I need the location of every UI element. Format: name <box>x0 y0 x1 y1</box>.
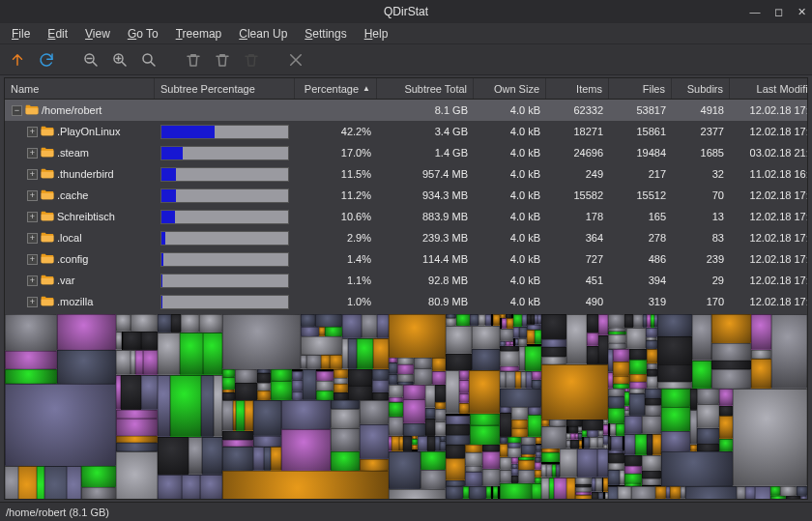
treemap-view[interactable] <box>5 314 807 499</box>
cell-percentage: 1.1% <box>295 275 377 286</box>
table-row[interactable]: +.config1.4%114.4 MB4.0 kB72748623912.02… <box>5 248 807 270</box>
cell-subdirs: 29 <box>672 275 730 286</box>
main-content: NameSubtree PercentagePercentage▲Subtree… <box>4 77 808 500</box>
cell-files: 15512 <box>609 189 672 201</box>
cell-items: 364 <box>546 232 609 244</box>
maximize-button[interactable]: ◻ <box>771 5 785 18</box>
table-row[interactable]: −/home/robert8.1 GB4.0 kB623325381749181… <box>5 100 807 121</box>
menu-treemap[interactable]: Treemap <box>168 25 230 43</box>
cell-subtree_total: 3.4 GB <box>377 126 474 137</box>
column-percentage[interactable]: Percentage▲ <box>295 78 377 99</box>
column-name[interactable]: Name <box>5 78 155 99</box>
cell-subdirs: 239 <box>672 253 730 265</box>
cell-own_size: 4.0 kB <box>474 147 546 159</box>
percentage-bar <box>160 231 289 246</box>
column-own-size[interactable]: Own Size <box>474 78 546 99</box>
folder-icon <box>41 147 54 159</box>
cell-items: 490 <box>546 296 609 307</box>
close-button[interactable]: ✕ <box>795 5 808 18</box>
cell-own_size: 4.0 kB <box>474 126 546 137</box>
folder-icon <box>41 189 54 202</box>
folder-icon <box>25 104 39 117</box>
percentage-bar <box>160 210 289 224</box>
cell-subtree_total: 80.9 MB <box>377 296 474 307</box>
menu-file[interactable]: File <box>4 25 38 43</box>
minimize-button[interactable]: — <box>748 5 762 18</box>
column-subtree-total[interactable]: Subtree Total <box>377 78 474 99</box>
folder-icon <box>41 126 54 138</box>
expander-icon[interactable]: − <box>12 105 22 116</box>
tree-view[interactable]: NameSubtree PercentagePercentage▲Subtree… <box>5 78 807 314</box>
expander-icon[interactable]: + <box>27 233 38 244</box>
cell-modified: 12.02.18 17:08 <box>730 232 807 244</box>
expander-icon[interactable]: + <box>27 148 38 159</box>
tree-rows[interactable]: −/home/robert8.1 GB4.0 kB623325381749181… <box>5 100 807 314</box>
trash-gray-icon[interactable] <box>182 48 205 72</box>
cell-percentage: 10.6% <box>295 211 377 222</box>
table-row[interactable]: +.PlayOnLinux42.2%3.4 GB4.0 kB1827115861… <box>5 121 807 142</box>
cell-items: 15582 <box>546 189 609 201</box>
cell-percentage: 17.0% <box>295 147 377 159</box>
menu-clean-up[interactable]: Clean Up <box>231 25 295 43</box>
cell-files: 278 <box>609 232 672 244</box>
trash-dark-icon[interactable] <box>240 48 263 72</box>
table-row[interactable]: +.thunderbird11.5%957.4 MB4.0 kB24921732… <box>5 163 807 185</box>
cell-own_size: 4.0 kB <box>474 275 546 286</box>
row-name: .config <box>57 253 88 265</box>
row-name: .PlayOnLinux <box>57 126 120 137</box>
cell-subtree_total: 92.8 MB <box>377 275 474 286</box>
delete-icon[interactable] <box>284 48 307 72</box>
table-row[interactable]: +.cache11.2%934.3 MB4.0 kB15582155127012… <box>5 185 807 206</box>
expander-icon[interactable]: + <box>27 169 38 180</box>
menu-go-to[interactable]: Go To <box>120 25 166 43</box>
zoom-out-icon[interactable] <box>79 48 102 72</box>
expander-icon[interactable]: + <box>27 127 38 137</box>
column-files[interactable]: Files <box>609 78 672 99</box>
cell-own_size: 4.0 kB <box>474 296 546 307</box>
refresh-icon[interactable] <box>35 48 58 72</box>
trash-gray2-icon[interactable] <box>211 48 234 72</box>
column-items[interactable]: Items <box>546 78 609 99</box>
expander-icon[interactable]: + <box>27 297 38 307</box>
percentage-bar <box>160 125 289 139</box>
folder-icon <box>41 168 54 181</box>
column-last-modified[interactable]: Last Modified <box>730 78 807 99</box>
table-row[interactable]: +.steam17.0%1.4 GB4.0 kB2469619484168503… <box>5 142 807 163</box>
cell-files: 19484 <box>609 147 672 159</box>
menu-edit[interactable]: Edit <box>40 25 75 43</box>
cell-own_size: 4.0 kB <box>474 189 546 201</box>
zoom-reset-icon[interactable] <box>137 48 160 72</box>
menu-help[interactable]: Help <box>357 25 396 43</box>
expander-icon[interactable]: + <box>27 275 38 286</box>
folder-icon <box>41 211 54 223</box>
statusbar: /home/robert (8.1 GB) <box>0 502 812 521</box>
percentage-bar <box>160 188 289 203</box>
expander-icon[interactable]: + <box>27 190 38 201</box>
cell-percentage: 2.9% <box>295 232 377 244</box>
cell-items: 249 <box>546 168 609 180</box>
zoom-in-icon[interactable] <box>108 48 131 72</box>
column-subtree-percentage[interactable]: Subtree Percentage <box>155 78 295 99</box>
menubar: FileEditViewGo ToTreemapClean UpSettings… <box>0 23 812 44</box>
up-icon[interactable] <box>6 48 29 72</box>
table-row[interactable]: +Schreibtisch10.6%883.9 MB4.0 kB17816513… <box>5 206 807 227</box>
cell-modified: 03.02.18 21:11 <box>730 147 807 159</box>
cell-subdirs: 1685 <box>672 147 730 159</box>
table-row[interactable]: +.mozilla1.0%80.9 MB4.0 kB49031917012.02… <box>5 291 807 312</box>
cell-modified: 11.02.18 16:01 <box>730 168 807 180</box>
table-row[interactable]: +.var1.1%92.8 MB4.0 kB4513942912.02.18 1… <box>5 270 807 291</box>
cell-items: 178 <box>546 211 609 222</box>
cell-own_size: 4.0 kB <box>474 168 546 180</box>
column-subdirs[interactable]: Subdirs <box>672 78 730 99</box>
row-name: .cache <box>57 189 88 201</box>
cell-subtree_total: 239.3 MB <box>377 232 474 244</box>
row-name: Schreibtisch <box>57 211 115 222</box>
cell-subtree_total: 8.1 GB <box>377 104 474 116</box>
menu-settings[interactable]: Settings <box>297 25 354 43</box>
table-row[interactable]: +.local2.9%239.3 MB4.0 kB3642788312.02.1… <box>5 227 807 248</box>
row-name: .mozilla <box>57 296 93 307</box>
expander-icon[interactable]: + <box>27 212 38 222</box>
cell-subdirs: 32 <box>672 168 730 180</box>
menu-view[interactable]: View <box>77 25 118 43</box>
expander-icon[interactable]: + <box>27 254 38 265</box>
